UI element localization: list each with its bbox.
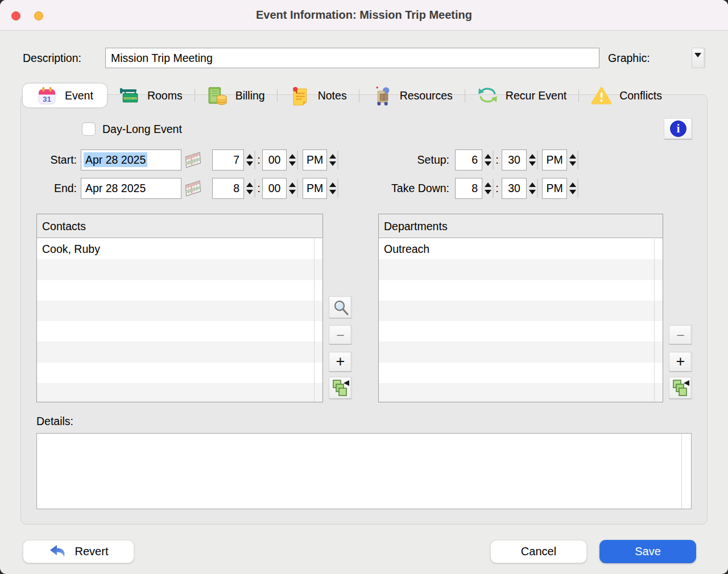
- end-ampm-field[interactable]: PM: [303, 178, 327, 199]
- contacts-row[interactable]: Cook, Ruby: [37, 239, 322, 259]
- tab-conflicts[interactable]: Conflicts: [579, 84, 674, 107]
- take-down-ampm-field[interactable]: PM: [542, 178, 567, 199]
- stepper-up-icon[interactable]: [485, 154, 491, 159]
- close-button[interactable]: [11, 11, 20, 20]
- departments-multi-add-button[interactable]: [669, 377, 692, 399]
- info-button[interactable]: i: [664, 118, 693, 140]
- sticky-note-icon: [289, 85, 311, 106]
- setup-hour-field[interactable]: 6: [455, 149, 482, 170]
- departments-row-empty: [379, 363, 663, 383]
- title-bar[interactable]: Event Information: Mission Trip Meeting: [0, 0, 728, 31]
- svg-text:31: 31: [43, 95, 51, 103]
- day-long-event-label: Day-Long Event: [102, 122, 182, 136]
- details-textarea[interactable]: [36, 433, 692, 509]
- minimize-button[interactable]: [34, 11, 43, 20]
- start-date-picker-icon[interactable]: [184, 151, 202, 169]
- departments-header: Departments: [379, 214, 663, 238]
- tab-billing[interactable]: Billing: [195, 84, 277, 107]
- day-long-event-checkbox[interactable]: [82, 122, 96, 136]
- contacts-search-button[interactable]: [329, 296, 352, 318]
- departments-add-button[interactable]: +: [669, 352, 692, 372]
- departments-row[interactable]: Outreach: [379, 239, 663, 259]
- stepper-up-icon[interactable]: [485, 182, 491, 187]
- stepper-up-icon[interactable]: [329, 154, 336, 159]
- setup-minute-field[interactable]: 30: [502, 149, 527, 170]
- contacts-multi-add-button[interactable]: [329, 377, 352, 399]
- contacts-add-button[interactable]: +: [329, 352, 352, 372]
- details-scrollbar[interactable]: [681, 434, 682, 509]
- end-ampm-stepper[interactable]: [328, 179, 338, 198]
- end-minute-field[interactable]: 00: [262, 178, 287, 199]
- stepper-down-icon[interactable]: [529, 161, 536, 166]
- setup-ampm-stepper[interactable]: [568, 151, 578, 169]
- stepper-down-icon[interactable]: [289, 190, 296, 194]
- description-input[interactable]: [105, 48, 599, 68]
- take-down-minute-stepper[interactable]: [527, 179, 538, 198]
- end-date-field[interactable]: Apr 28 2025: [81, 178, 181, 199]
- end-hour-stepper[interactable]: [245, 179, 255, 198]
- stepper-down-icon[interactable]: [329, 190, 336, 194]
- stepper-up-icon[interactable]: [329, 182, 336, 187]
- take-down-hour-stepper[interactable]: [483, 179, 494, 198]
- departments-list-body[interactable]: Outreach: [379, 239, 663, 402]
- take-down-minute-field[interactable]: 30: [502, 178, 527, 199]
- tab-notes[interactable]: Notes: [278, 84, 359, 107]
- stepper-up-icon[interactable]: [529, 154, 536, 159]
- stepper-up-icon[interactable]: [246, 154, 253, 159]
- stepper-up-icon[interactable]: [569, 182, 576, 187]
- stepper-up-icon[interactable]: [569, 154, 576, 159]
- money-coins-icon: [207, 85, 228, 106]
- contacts-remove-button[interactable]: –: [329, 325, 352, 344]
- stepper-down-icon[interactable]: [246, 161, 253, 166]
- contacts-list[interactable]: Contacts Cook, Ruby: [36, 214, 323, 402]
- end-minute-stepper[interactable]: [287, 179, 298, 198]
- take-down-label: Take Down:: [364, 178, 449, 198]
- stepper-up-icon[interactable]: [289, 154, 296, 159]
- end-date-picker-icon[interactable]: [184, 180, 202, 197]
- start-date-field[interactable]: Apr 28 2025: [81, 149, 181, 170]
- stepper-down-icon[interactable]: [289, 161, 296, 166]
- take-down-ampm-stepper[interactable]: [568, 179, 578, 198]
- rooms-sign-icon: ROOMS: [119, 85, 140, 106]
- stepper-down-icon[interactable]: [569, 161, 576, 166]
- contacts-list-body[interactable]: Cook, Ruby: [37, 239, 322, 402]
- departments-remove-button[interactable]: –: [669, 325, 692, 344]
- save-button-label: Save: [635, 545, 661, 558]
- stepper-down-icon[interactable]: [329, 161, 336, 166]
- save-button[interactable]: Save: [599, 540, 696, 563]
- tab-rooms[interactable]: ROOMS Rooms: [107, 84, 195, 107]
- undo-arrow-icon: [49, 544, 67, 559]
- start-ampm-field[interactable]: PM: [303, 149, 327, 170]
- graphic-dropdown-button[interactable]: [692, 48, 705, 68]
- setup-minute-stepper[interactable]: [527, 151, 538, 169]
- end-hour-field[interactable]: 8: [212, 178, 244, 199]
- start-minute-stepper[interactable]: [287, 151, 298, 169]
- departments-scrollbar[interactable]: [654, 239, 655, 402]
- setup-hour-stepper[interactable]: [483, 151, 494, 169]
- stepper-up-icon[interactable]: [529, 182, 536, 187]
- start-minute-field[interactable]: 00: [262, 149, 287, 170]
- stepper-up-icon[interactable]: [246, 182, 253, 187]
- departments-list[interactable]: Departments Outreach: [378, 214, 663, 402]
- stepper-down-icon[interactable]: [569, 190, 576, 194]
- start-ampm-stepper[interactable]: [328, 151, 338, 169]
- stepper-down-icon[interactable]: [485, 190, 491, 194]
- stepper-down-icon[interactable]: [485, 161, 491, 166]
- stepper-down-icon[interactable]: [246, 190, 253, 194]
- hand-truck-icon: [371, 85, 392, 106]
- tab-event[interactable]: 31 Event: [23, 84, 107, 107]
- time-separator: :: [494, 149, 500, 170]
- tab-resources[interactable]: Resources: [359, 84, 465, 107]
- contacts-scrollbar[interactable]: [314, 239, 315, 402]
- contacts-row-empty: [37, 280, 322, 301]
- revert-button[interactable]: Revert: [23, 540, 134, 563]
- setup-ampm-field[interactable]: PM: [542, 149, 567, 170]
- start-hour-field[interactable]: 7: [212, 149, 244, 170]
- tab-recur-event[interactable]: Recur Event: [465, 84, 578, 107]
- start-hour-stepper[interactable]: [245, 151, 255, 169]
- cancel-button[interactable]: Cancel: [490, 540, 587, 563]
- details-label: Details:: [36, 413, 73, 430]
- stepper-down-icon[interactable]: [529, 190, 536, 194]
- stepper-up-icon[interactable]: [289, 182, 296, 187]
- take-down-hour-field[interactable]: 8: [455, 178, 482, 199]
